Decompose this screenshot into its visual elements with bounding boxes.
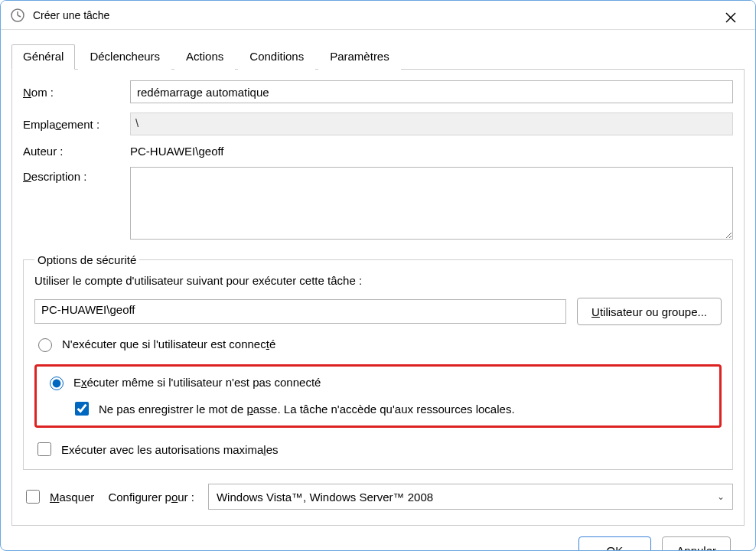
radio-run-not-logged-input[interactable] <box>50 377 64 390</box>
name-input[interactable] <box>130 80 733 103</box>
svg-line-2 <box>18 15 21 17</box>
tab-settings[interactable]: Paramètres <box>318 44 401 70</box>
description-input[interactable] <box>130 167 733 240</box>
checkbox-hidden-input[interactable] <box>26 490 40 504</box>
checkbox-no-password[interactable]: Ne pas enregistrer le mot de passe. La t… <box>72 399 710 418</box>
tab-actions[interactable]: Actions <box>174 44 235 70</box>
change-user-button[interactable]: Utilisateur ou groupe... <box>577 298 722 325</box>
author-value: PC-HUAWEI\geoff <box>130 145 224 158</box>
account-field: PC-HUAWEI\geoff <box>34 299 566 324</box>
radio-run-logged-on[interactable]: N'exécuter que si l'utilisateur est conn… <box>34 336 722 352</box>
checkbox-highest-priv[interactable]: Exécuter avec les autorisations maximale… <box>34 440 722 458</box>
highlighted-section: Exécuter même si l'utilisateur n'est pas… <box>34 364 722 428</box>
author-row: Auteur : PC-HUAWEI\geoff <box>23 145 733 158</box>
security-legend: Options de sécurité <box>34 253 139 266</box>
tab-conditions[interactable]: Conditions <box>238 44 315 70</box>
tab-general[interactable]: Général <box>11 44 75 70</box>
description-row: Description : <box>23 167 733 240</box>
account-row: PC-HUAWEI\geoff Utilisateur ou groupe... <box>34 298 722 325</box>
general-pane: Nom : Emplacement : \ Auteur : PC-HUAWEI… <box>11 70 745 526</box>
tab-triggers[interactable]: Déclencheurs <box>78 44 171 70</box>
location-label-pre: Empla <box>23 118 56 131</box>
dialog-buttons: OK Annuler <box>11 526 745 551</box>
chevron-down-icon: ⌄ <box>717 491 725 502</box>
clock-icon <box>10 8 25 23</box>
checkbox-no-password-input[interactable] <box>75 402 89 416</box>
checkbox-highest-priv-input[interactable] <box>37 442 51 456</box>
name-row: Nom : <box>23 80 733 103</box>
radio-run-not-logged[interactable]: Exécuter même si l'utilisateur n'est pas… <box>46 374 710 390</box>
radio-run-logged-on-input[interactable] <box>38 338 52 352</box>
security-options-group: Options de sécurité Utiliser le compte d… <box>23 253 733 470</box>
titlebar: Créer une tâche <box>1 1 755 30</box>
configure-for-label: Configurer pour : <box>108 491 194 504</box>
cancel-button[interactable]: Annuler <box>662 536 731 551</box>
location-value: \ <box>130 112 733 135</box>
ok-button[interactable]: OK <box>578 536 652 551</box>
close-icon <box>725 12 736 23</box>
location-row: Emplacement : \ <box>23 112 733 135</box>
create-task-dialog: Créer une tâche Général Déclencheurs Act… <box>0 0 756 551</box>
checkbox-hidden[interactable]: Masquer <box>23 487 94 506</box>
name-label-ul: N <box>23 86 31 99</box>
window-title: Créer une tâche <box>33 9 109 21</box>
desc-label-post: escription : <box>31 170 87 183</box>
dialog-content: Général Déclencheurs Actions Conditions … <box>1 30 755 551</box>
location-label-post: ement : <box>61 118 99 131</box>
configure-for-value: Windows Vista™, Windows Server™ 2008 <box>217 491 433 504</box>
tab-bar: Général Déclencheurs Actions Conditions … <box>11 44 745 70</box>
name-label: om : <box>31 86 54 99</box>
use-account-label: Utiliser le compte d'utilisateur suivant… <box>34 274 722 287</box>
desc-label-ul: D <box>23 170 31 183</box>
author-label: Auteur : <box>23 145 130 158</box>
configure-for-select[interactable]: Windows Vista™, Windows Server™ 2008 ⌄ <box>208 484 733 510</box>
location-label-ul: c <box>56 118 62 131</box>
close-button[interactable] <box>720 7 741 28</box>
bottom-row: Masquer Configurer pour : Windows Vista™… <box>23 484 733 510</box>
